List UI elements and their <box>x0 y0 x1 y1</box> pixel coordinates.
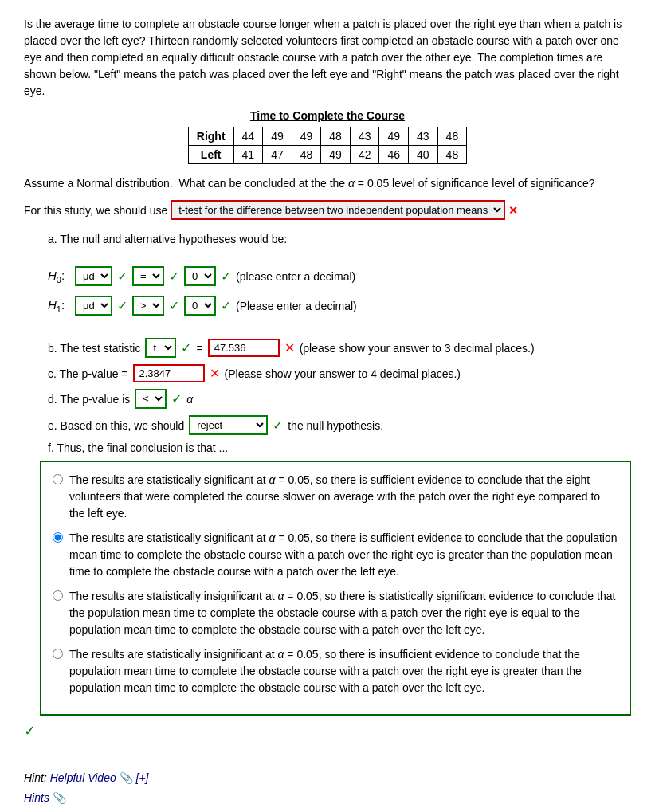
data-table: Right4449494843494348Left414748494246404… <box>188 127 467 164</box>
h0-var-check: ✓ <box>117 269 127 284</box>
conclusion-option-4[interactable]: The results are statistically insignific… <box>53 646 618 696</box>
hint-video-link[interactable]: Helpful Video <box>50 771 116 784</box>
intro-text: Is the average time to complete an obsta… <box>24 16 631 100</box>
part-e-suffix: the null hypothesis. <box>288 419 383 432</box>
part-f-row: f. Thus, the final conclusion is that ..… <box>48 441 631 454</box>
h1-var-check: ✓ <box>117 298 127 313</box>
part-e-select[interactable]: rejectfail to reject <box>189 415 268 435</box>
conclusion-option-1[interactable]: The results are statistically significan… <box>53 472 618 522</box>
conclusion-label-2: The results are statistically significan… <box>69 530 618 580</box>
final-check: ✓ <box>24 722 631 739</box>
h1-hint: (Please enter a decimal) <box>236 300 357 312</box>
conclusion-radio-4[interactable] <box>53 649 63 659</box>
study-x-button[interactable]: ✕ <box>508 204 518 217</box>
hints-link[interactable]: Hints <box>24 791 49 804</box>
part-d-row: d. The p-value is ≤> ✓ α <box>48 389 631 409</box>
conclusion-label-3: The results are statistically insignific… <box>69 588 618 638</box>
study-row: For this study, we should use t-test for… <box>24 200 631 220</box>
conclusion-label-1: The results are statistically significan… <box>69 472 618 522</box>
study-label: For this study, we should use <box>24 204 167 217</box>
h1-op-check: ✓ <box>169 298 179 313</box>
part-b-eq: = <box>196 342 202 355</box>
table-section: Time to Complete the Course Right4449494… <box>24 109 631 164</box>
conclusion-radio-3[interactable] <box>53 590 63 601</box>
part-c-input[interactable]: 2.3847 <box>133 364 205 382</box>
part-b-input[interactable]: 47.536 <box>208 339 280 357</box>
conclusion-option-3[interactable]: The results are statistically insignific… <box>53 588 618 638</box>
part-b-x[interactable]: ✕ <box>284 340 295 355</box>
hint-label: Hint: <box>24 771 47 784</box>
part-b-hint: (please show your answer to 3 decimal pl… <box>300 342 535 355</box>
h1-label: H1: <box>48 298 70 314</box>
h0-row: H0: μdμ1μ2p1p2 ✓ =≠><≥≤ ✓ 0 ✓ (please en… <box>48 266 631 286</box>
part-b-t-select[interactable]: tz <box>145 338 176 358</box>
h1-val-select[interactable]: 0 <box>184 296 216 316</box>
part-e-check: ✓ <box>273 418 283 433</box>
hint-section: Hint: Helpful Video 📎 [+] Hints 📎 <box>24 768 631 808</box>
h1-var-select[interactable]: μdμ1μ2p1p2 <box>75 296 112 316</box>
part-b-check: ✓ <box>181 340 191 355</box>
part-f-label: f. Thus, the final conclusion is that ..… <box>48 441 228 454</box>
part-c-x[interactable]: ✕ <box>210 366 220 381</box>
conclusion-label-4: The results are statistically insignific… <box>69 646 618 696</box>
part-e-row: e. Based on this, we should rejectfail t… <box>48 415 631 435</box>
part-c-label: c. The p-value = <box>48 367 128 380</box>
part-d-alpha: α <box>186 393 193 406</box>
part-e-label: e. Based on this, we should <box>48 419 184 432</box>
h0-hint: (please enter a decimal) <box>236 270 355 283</box>
part-b-label: b. The test statistic <box>48 342 140 355</box>
conclusion-radio-2[interactable] <box>53 532 63 543</box>
assume-text: Assume a Normal distribution. What can b… <box>24 175 631 192</box>
h0-op-select[interactable]: =≠><≥≤ <box>132 266 164 286</box>
h0-val-check: ✓ <box>221 269 231 284</box>
h0-label: H0: <box>48 269 70 284</box>
table-title: Time to Complete the Course <box>24 109 631 122</box>
part-b-row: b. The test statistic tz ✓ = 47.536 ✕ (p… <box>48 338 631 358</box>
part-d-label: d. The p-value is <box>48 393 130 406</box>
part-d-check: ✓ <box>171 391 182 406</box>
part-c-row: c. The p-value = 2.3847 ✕ (Please show y… <box>48 364 631 382</box>
h1-row: H1: μdμ1μ2p1p2 ✓ =≠><≥≤ ✓ 0 ✓ (Please en… <box>48 296 631 316</box>
h1-op-select[interactable]: =≠><≥≤ <box>132 296 164 316</box>
part-a-label: a. The null and alternative hypotheses w… <box>48 233 631 245</box>
h0-val-select[interactable]: 0 <box>184 266 216 286</box>
h0-op-check: ✓ <box>169 269 179 284</box>
part-c-hint: (Please show your answer to 4 decimal pl… <box>225 367 461 380</box>
conclusion-option-2[interactable]: The results are statistically significan… <box>53 530 618 580</box>
h0-var-select[interactable]: μdμ1μ2p1p2 <box>75 266 112 286</box>
part-d-op-select[interactable]: ≤> <box>135 389 167 409</box>
study-select[interactable]: t-test for the difference between two in… <box>171 200 505 220</box>
conclusion-box: The results are statistically significan… <box>40 461 631 716</box>
conclusion-radio-1[interactable] <box>53 474 63 484</box>
hint-plus-link[interactable]: [+] <box>136 771 149 784</box>
h1-val-check: ✓ <box>221 298 231 313</box>
